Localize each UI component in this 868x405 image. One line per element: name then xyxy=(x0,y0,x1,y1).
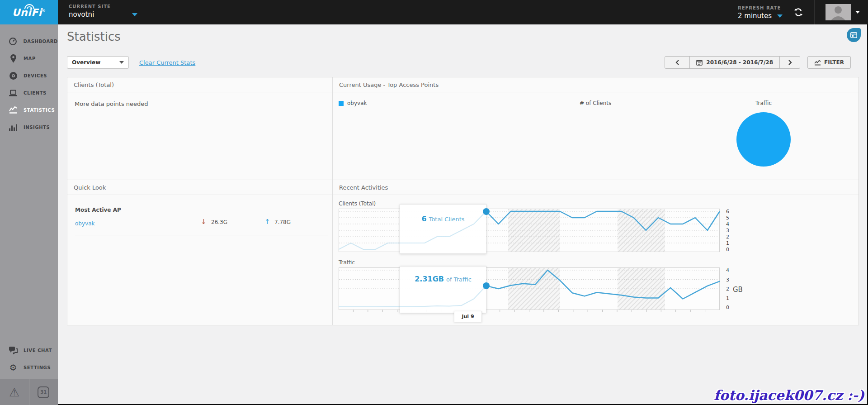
topbar-divider xyxy=(814,0,815,24)
chart-point-marker xyxy=(483,208,490,215)
no-data-message: More data points needed xyxy=(75,100,148,107)
svg-text:3: 3 xyxy=(726,277,729,283)
refresh-rate-value: 2 minutes xyxy=(738,12,772,20)
date-range-pager: 2016/6/28 - 2016/7/28 xyxy=(665,56,800,69)
chevron-left-icon xyxy=(675,59,679,66)
clear-current-stats-link[interactable]: Clear Current Stats xyxy=(139,59,195,66)
clients-chart-label: Clients (Total) xyxy=(339,200,376,207)
traffic-chart-tooltip: 2.31GB of Traffic xyxy=(400,266,486,313)
download-arrow-icon: ↓ xyxy=(201,218,207,226)
user-menu[interactable] xyxy=(826,4,860,20)
line-chart-icon xyxy=(8,106,18,114)
warning-triangle-icon: ⚠ xyxy=(9,386,19,399)
most-active-ap-label: Most Active AP xyxy=(75,207,121,213)
chevron-right-icon xyxy=(788,59,792,66)
svg-text:2: 2 xyxy=(726,234,729,240)
filter-button[interactable]: FILTER xyxy=(807,56,851,69)
stats-view-select[interactable]: Overview xyxy=(67,56,129,69)
properties-panel-button[interactable] xyxy=(847,28,861,42)
top-bar: UniFi® CURRENT SITE novotni REFRESH RATE… xyxy=(0,0,868,24)
legend-item-obyvak[interactable]: obyvak xyxy=(339,100,367,106)
column-header-traffic: Traffic xyxy=(742,100,785,106)
sidebar-item-settings[interactable]: ⚙ SETTINGS xyxy=(0,359,58,376)
ap-link-obyvak[interactable]: obyvak xyxy=(75,220,94,227)
panel-title: Clients (Total) xyxy=(74,81,114,88)
download-value: 26.3G xyxy=(211,219,227,225)
clients-line-chart[interactable]: 6543210 6 Total Clients xyxy=(339,209,745,257)
window-icon xyxy=(850,32,857,38)
chevron-down-icon[interactable] xyxy=(855,11,860,14)
unifi-controller-screen: UniFi® CURRENT SITE novotni REFRESH RATE… xyxy=(0,0,868,405)
sidebar-item-clients[interactable]: CLIENTS xyxy=(0,84,58,101)
clients-chart-tooltip: 6 Total Clients xyxy=(400,204,486,254)
upload-arrow-icon: ↑ xyxy=(264,218,270,226)
sidebar-footer: ⚠ 31 xyxy=(0,379,58,405)
person-silhouette-icon xyxy=(826,4,851,20)
legend-swatch xyxy=(339,101,344,106)
page-title: Statistics xyxy=(67,30,121,43)
photo-watermark: foto.ijacek007.cz :-) xyxy=(714,387,864,403)
clients-total-panel: Clients (Total) More data points needed xyxy=(67,77,333,180)
bar-chart-icon xyxy=(8,124,18,131)
avatar[interactable] xyxy=(826,4,851,20)
traffic-line-chart[interactable]: 43210 2.31GB of Traffic Jul 9 GB xyxy=(339,267,745,314)
gear-icon: ⚙ xyxy=(8,363,18,372)
traffic-chart-label: Traffic xyxy=(339,259,355,266)
unifi-logo[interactable]: UniFi® xyxy=(0,0,58,24)
svg-text:4: 4 xyxy=(726,267,729,273)
current-site-selector[interactable]: CURRENT SITE novotni xyxy=(69,0,137,24)
current-usage-panel: Current Usage - Top Access Points obyvak… xyxy=(333,77,859,180)
date-range-button[interactable]: 2016/6/28 - 2016/7/28 xyxy=(689,56,780,69)
quick-look-panel: Quick Look Most Active AP obyvak ↓ 26.3G… xyxy=(67,180,333,325)
stats-panels: Clients (Total) More data points needed … xyxy=(67,77,859,325)
tooltip-date-label: Jul 9 xyxy=(454,311,482,322)
traffic-pie-chart[interactable] xyxy=(736,112,791,167)
svg-text:5: 5 xyxy=(726,215,729,221)
sidebar-item-insights[interactable]: INSIGHTS xyxy=(0,119,58,136)
current-site-name: novotni xyxy=(69,10,94,19)
upload-value: 7.78G xyxy=(274,219,291,225)
sidebar: DASHBOARD MAP DEVICES CLIENTS xyxy=(0,24,58,405)
gauge-icon xyxy=(8,37,18,46)
sidebar-item-dashboard[interactable]: DASHBOARD xyxy=(0,33,58,50)
panel-title: Quick Look xyxy=(74,184,106,191)
alerts-button[interactable]: ⚠ xyxy=(0,379,29,405)
chevron-down-icon[interactable] xyxy=(777,14,783,18)
svg-text:6: 6 xyxy=(726,209,729,214)
current-site-label: CURRENT SITE xyxy=(69,4,137,9)
svg-text:0: 0 xyxy=(726,247,729,253)
events-calendar-button[interactable]: 31 xyxy=(29,379,58,405)
panel-title: Current Usage - Top Access Points xyxy=(339,81,439,88)
refresh-button[interactable] xyxy=(793,7,803,17)
recent-activities-panel: Recent Activities Clients (Total) 654321… xyxy=(333,180,859,325)
svg-text:1: 1 xyxy=(726,295,729,301)
sidebar-item-map[interactable]: MAP xyxy=(0,50,58,67)
calendar-icon xyxy=(696,59,703,66)
next-period-button[interactable] xyxy=(779,56,800,69)
svg-text:4: 4 xyxy=(726,221,729,227)
sidebar-item-devices[interactable]: DEVICES xyxy=(0,67,58,84)
refresh-rate-selector[interactable]: REFRESH RATE 2 minutes xyxy=(738,5,783,20)
laptop-icon xyxy=(8,89,18,97)
main-content: Statistics Overview Clear Current Stats … xyxy=(58,24,868,405)
map-pin-icon xyxy=(8,54,18,63)
panel-title: Recent Activities xyxy=(339,184,388,191)
svg-text:0: 0 xyxy=(726,305,729,310)
prev-period-button[interactable] xyxy=(665,56,690,69)
chat-bubbles-icon xyxy=(8,346,18,354)
svg-text:3: 3 xyxy=(726,228,729,233)
most-active-ap-row: obyvak ↓ 26.3G ↑ 7.78G xyxy=(67,218,332,228)
device-donut-icon xyxy=(8,71,18,80)
svg-text:2: 2 xyxy=(726,286,729,292)
sidebar-item-live-chat[interactable]: LIVE CHAT xyxy=(0,342,58,359)
chart-point-marker xyxy=(483,282,490,289)
calendar-31-icon: 31 xyxy=(38,386,49,398)
logo-antenna-arcs-icon xyxy=(24,4,35,10)
chevron-down-icon[interactable] xyxy=(132,13,137,16)
divider xyxy=(75,235,328,235)
chevron-down-icon xyxy=(119,61,124,64)
sidebar-item-statistics[interactable]: STATISTICS xyxy=(0,101,58,119)
svg-text:1: 1 xyxy=(726,240,729,246)
column-header-clients: # of Clients xyxy=(580,100,611,106)
refresh-rate-label: REFRESH RATE xyxy=(738,5,783,10)
